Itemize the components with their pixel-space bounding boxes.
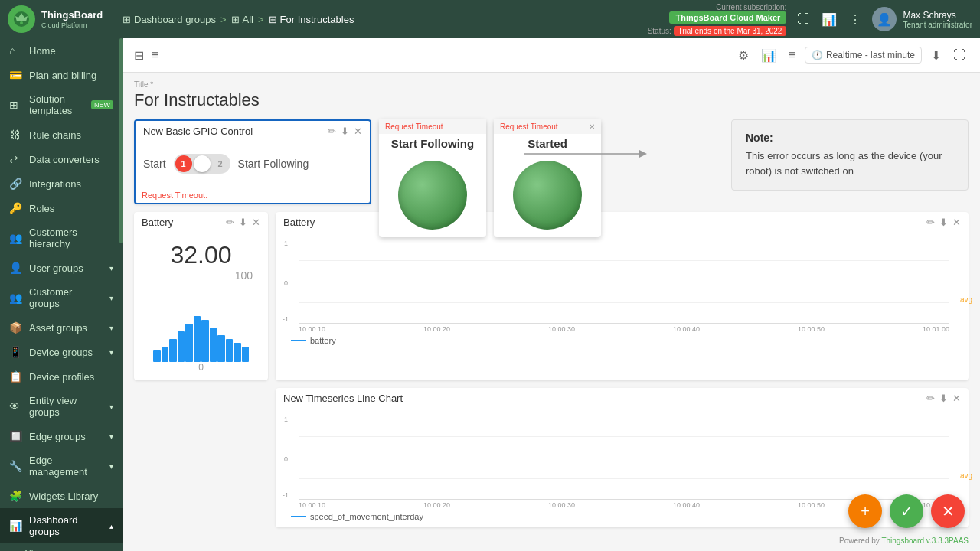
device-groups-icon: 📱 <box>9 346 23 358</box>
fab-check-button[interactable]: ✓ <box>890 494 923 528</box>
battery-bar <box>153 350 161 362</box>
battery-chart-body: 1 0 -1 avg 10:00:10 10:00:20 10:00:30 10… <box>276 233 969 351</box>
filter-icon[interactable]: ≡ <box>786 45 799 65</box>
dashboard-icon[interactable]: 📊 <box>818 9 840 30</box>
sidebar-label-edge-mgmt: Edge management <box>29 455 103 478</box>
grid-icon: ⊞ <box>122 14 131 25</box>
realtime-label: Realtime - last minute <box>826 50 915 60</box>
legend-line <box>291 340 306 341</box>
toggle-num-1: 1 <box>175 155 192 172</box>
started-close-btn[interactable]: ✕ <box>589 122 595 131</box>
sidebar-item-home[interactable]: ⌂ Home <box>0 38 122 63</box>
battery-gauge-edit-btn[interactable]: ✏ <box>226 217 234 228</box>
dashboard-content: Title * For Instructables New Basic GPIO… <box>122 73 980 551</box>
timeseries-download-btn[interactable]: ⬇ <box>939 393 948 404</box>
note-text: This error occurs as long as the device … <box>746 148 954 178</box>
breadcrumb-label-instructables: For Instructables <box>280 14 354 25</box>
battery-gauge-close-btn[interactable]: ✕ <box>252 217 260 228</box>
battery-bar <box>162 347 169 362</box>
sidebar-sub-item-all[interactable]: All <box>0 543 122 551</box>
sidebar-item-data-converters[interactable]: ⇄ Data converters <box>0 147 122 171</box>
user-area: 👤 Max Schrays Tenant administrator <box>872 7 972 31</box>
breadcrumb-item-dashboard-groups[interactable]: ⊞ Dashboard groups <box>122 14 216 25</box>
download-icon[interactable]: ⬇ <box>928 45 944 66</box>
gpio-widget-title: New Basic GPIO Control <box>143 126 253 137</box>
battery-chart-download-btn[interactable]: ⬇ <box>939 217 948 228</box>
expand-icon[interactable]: ⛶ <box>950 45 969 65</box>
breadcrumb-sep-2: > <box>258 14 264 25</box>
chevron-asset-groups: ▾ <box>109 324 113 332</box>
sidebar-item-user-groups[interactable]: 👤 User groups ▾ <box>0 256 122 280</box>
battery-chart-legend: battery <box>287 336 949 345</box>
asset-groups-icon: 📦 <box>9 321 23 334</box>
view-toggle-grid[interactable]: ⊟ <box>134 48 144 63</box>
timeseries-close-btn[interactable]: ✕ <box>952 393 961 404</box>
toggle-container[interactable]: 1 2 <box>174 154 230 174</box>
templates-icon: ⊞ <box>9 99 23 111</box>
battery-value: 32.00 <box>142 241 260 269</box>
widgets-icon: 🧩 <box>9 490 23 502</box>
sidebar-item-roles[interactable]: 🔑 Roles <box>0 196 122 220</box>
fab-close-button[interactable]: ✕ <box>931 494 965 528</box>
battery-chart-close-btn[interactable]: ✕ <box>952 217 961 228</box>
sidebar-item-solution-templates[interactable]: ⊞ Solution templates NEW <box>0 87 122 122</box>
sidebar-item-device-groups[interactable]: 📱 Device groups ▾ <box>0 340 122 364</box>
fab-add-button[interactable]: + <box>848 494 882 528</box>
ts-legend-line <box>291 516 306 517</box>
sidebar-label-widgets: Widgets Library <box>29 491 98 502</box>
sidebar-item-edge-groups[interactable]: 🔲 Edge groups ▾ <box>0 424 122 448</box>
clock-icon: 🕐 <box>812 50 823 60</box>
fullscreen-icon[interactable]: ⛶ <box>794 9 812 29</box>
ts-y-label-0: 0 <box>284 455 288 463</box>
breadcrumb-label-dashboard-groups: Dashboard groups <box>134 14 216 25</box>
gpio-close-btn[interactable]: ✕ <box>354 126 362 137</box>
breadcrumb-item-all[interactable]: ⊞ All <box>231 14 253 25</box>
new-badge: NEW <box>91 100 113 109</box>
sidebar-item-customer-groups[interactable]: 👥 Customer groups ▾ <box>0 280 122 315</box>
chevron-customer-groups: ▾ <box>109 294 113 302</box>
battery-gauge-widget: Battery ✏ ⬇ ✕ 32.00 100 <box>134 212 268 380</box>
view-toggle-list[interactable]: ≡ <box>152 48 158 62</box>
chevron-device-groups: ▾ <box>109 348 113 357</box>
sidebar-item-widgets-library[interactable]: 🧩 Widgets Library <box>0 484 122 508</box>
timeseries-chart-actions: ✏ ⬇ ✕ <box>926 393 961 404</box>
sidebar-item-customers-hierarchy[interactable]: 👥 Customers hierarchy <box>0 220 122 256</box>
gpio-request-timeout: Request Timeout. <box>136 187 370 203</box>
main-layout: ⌂ Home 💳 Plan and billing ⊞ Solution tem… <box>0 38 980 551</box>
sidebar-item-device-profiles[interactable]: 📋 Device profiles <box>0 364 122 389</box>
gpio-edit-btn[interactable]: ✏ <box>328 126 336 137</box>
ts-legend-label: speed_of_movement_interday <box>310 512 423 521</box>
sidebar-label-converters: Data converters <box>29 154 100 165</box>
status-label: Status: <box>648 27 674 35</box>
entity-icon[interactable]: 📊 <box>758 45 779 66</box>
powered-by-link[interactable]: Thingsboard v.3.3.3PAAS <box>881 536 969 545</box>
realtime-badge[interactable]: 🕐 Realtime - last minute <box>805 47 922 64</box>
timeseries-edit-btn[interactable]: ✏ <box>926 393 935 404</box>
more-vert-icon[interactable]: ⋮ <box>846 9 864 30</box>
sidebar-item-rule-chains[interactable]: ⛓ Rule chains <box>0 122 122 147</box>
sidebar-item-asset-groups[interactable]: 📦 Asset groups ▾ <box>0 315 122 340</box>
svg-point-2 <box>20 21 23 24</box>
breadcrumb: ⊞ Dashboard groups > ⊞ All > ⊞ For Instr… <box>122 14 640 25</box>
battery-chart-edit-btn[interactable]: ✏ <box>926 217 935 228</box>
battery-gauge-download-btn[interactable]: ⬇ <box>239 217 247 228</box>
settings-icon[interactable]: ⚙ <box>735 45 752 66</box>
breadcrumb-item-instructables[interactable]: ⊞ For Instructables <box>269 14 354 25</box>
app-name: ThingsBoard <box>41 9 103 21</box>
sidebar-item-dashboard-groups[interactable]: 📊 Dashboard groups ▴ <box>0 508 122 543</box>
sidebar-item-entity-view-groups[interactable]: 👁 Entity view groups ▾ <box>0 389 122 424</box>
battery-chart-canvas: 1 0 -1 avg <box>299 240 949 324</box>
battery-bar <box>201 320 209 362</box>
battery-time-labels: 10:00:10 10:00:20 10:00:30 10:00:40 10:0… <box>299 325 949 333</box>
user-role: Tenant administrator <box>903 21 972 29</box>
sidebar-item-integrations[interactable]: 🔗 Integrations <box>0 171 122 196</box>
roles-icon: 🔑 <box>9 202 23 214</box>
hierarchy-icon: 👥 <box>9 232 23 244</box>
time-6: 10:01:00 <box>923 325 949 333</box>
sidebar-item-edge-management[interactable]: 🔧 Edge management ▾ <box>0 448 122 484</box>
start-following-error-bar: Request Timeout <box>379 119 486 134</box>
sidebar-item-plan-billing[interactable]: 💳 Plan and billing <box>0 63 122 87</box>
gpio-download-btn[interactable]: ⬇ <box>341 126 349 137</box>
battery-gauge-title: Battery <box>142 217 173 228</box>
powered-by: Powered by Thingsboard v.3.3.3PAAS <box>839 536 969 545</box>
